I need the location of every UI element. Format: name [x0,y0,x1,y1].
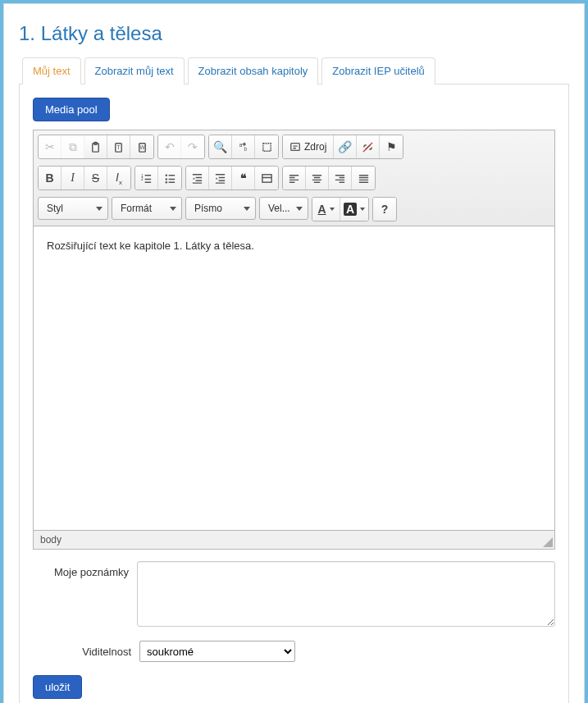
media-pool-button[interactable]: Media pool [33,98,110,121]
paste-word-button[interactable]: W [130,135,153,158]
unlink-icon [362,141,374,153]
svg-point-13 [165,178,166,180]
align-left-icon [288,172,300,185]
bold-button[interactable]: B [39,167,62,189]
tab-label: Zobrazit můj text [95,65,174,77]
tab-show-teacher-iep[interactable]: Zobrazit IEP učitelů [321,57,435,84]
outdent-icon [191,172,203,185]
style-combo[interactable]: Styl [38,197,108,220]
blockquote-button[interactable]: ❝ [232,167,255,189]
align-center-button[interactable] [306,167,329,189]
save-button[interactable]: uložit [33,675,82,699]
align-right-icon [334,172,346,185]
bg-color-icon: A [344,203,357,216]
toolbar-group-colors: A A [312,197,369,221]
svg-rect-8 [262,143,270,150]
editor-toolbar: ✂ ⧉ T W [34,130,554,226]
copy-button[interactable]: ⧉ [62,135,84,158]
bg-color-button[interactable]: A [340,198,368,221]
font-combo-label: Písmo [194,203,222,214]
resize-handle[interactable] [543,537,553,547]
chevron-down-icon [330,208,335,211]
remove-format-button[interactable]: Ix [107,167,130,189]
numbered-list-button[interactable]: 12 [135,167,158,189]
tab-show-my-text[interactable]: Zobrazit můj text [84,57,185,84]
help-button[interactable]: ? [373,198,396,221]
rich-text-editor: ✂ ⧉ T W [33,130,555,550]
format-combo-label: Formát [121,203,152,214]
align-justify-button[interactable] [352,167,375,189]
toolbar-group-help: ? [372,197,397,221]
style-combo-label: Styl [47,203,63,214]
font-combo[interactable]: Písmo [185,197,256,220]
toolbar-group-undo: ↶ ↷ [157,135,205,159]
tab-label: Zobrazit IEP učitelů [332,65,424,77]
toolbar-group-source: Zdroj 🔗 ⚑ [282,135,403,159]
strike-button[interactable]: S [84,167,107,189]
editor-body[interactable]: Rozšiřující text ke kapitole 1. Látky a … [34,226,554,530]
fontsize-combo[interactable]: Vel... [259,197,308,220]
paste-text-icon: T [112,141,125,153]
cut-button[interactable]: ✂ [39,135,62,158]
toolbar-group-basic-styles: B I S Ix [38,166,131,190]
source-icon [289,141,301,153]
chevron-down-icon [360,208,365,211]
paste-text-button[interactable]: T [107,135,130,158]
italic-button[interactable]: I [62,167,84,189]
bulleted-list-button[interactable] [158,167,181,189]
tab-show-chapter-content[interactable]: Zobrazit obsah kapitoly [188,57,319,84]
svg-rect-15 [262,174,271,181]
align-right-button[interactable] [329,167,352,189]
find-button[interactable]: 🔍 [209,135,232,158]
svg-text:b: b [244,146,247,152]
svg-rect-9 [291,144,300,151]
notes-textarea[interactable] [137,561,555,627]
visibility-label: Viditelnost [33,646,131,658]
tab-content: Media pool ✂ ⧉ T [19,84,569,703]
format-combo[interactable]: Formát [112,197,182,220]
align-center-icon [311,172,323,185]
scissors-icon: ✂ [45,140,55,153]
notes-label: Moje poznámky [33,561,129,578]
help-icon: ? [381,203,389,216]
chevron-down-icon [244,207,250,211]
toolbar-group-indent: ❝ [185,166,279,190]
align-left-button[interactable] [283,167,306,189]
editor-status-bar: body [34,530,554,549]
tab-label: Zobrazit obsah kapitoly [198,65,308,77]
bulleted-list-icon [164,172,176,185]
select-all-button[interactable] [255,135,278,158]
italic-icon: I [71,171,75,185]
unlink-button[interactable] [357,135,380,158]
svg-text:a: a [239,141,243,147]
chevron-down-icon [170,207,176,211]
svg-text:2: 2 [141,177,144,181]
page-title: 1. Látky a tělesa [19,22,569,45]
paste-button[interactable] [84,135,107,158]
toolbar-group-align [282,166,376,190]
editor-element-path[interactable]: body [40,534,62,546]
source-button[interactable]: Zdroj [283,135,334,158]
indent-button[interactable] [209,167,232,189]
quote-icon: ❝ [240,171,247,185]
paste-icon [89,141,102,153]
anchor-button[interactable]: ⚑ [380,135,403,158]
replace-icon: ab [237,141,249,153]
text-color-button[interactable]: A [312,198,340,221]
bold-icon: B [45,171,53,185]
toolbar-group-find: 🔍 ab [208,135,279,159]
numbered-list-icon: 12 [140,172,153,185]
link-button[interactable]: 🔗 [334,135,357,158]
div-container-button[interactable] [255,167,278,189]
visibility-select[interactable]: soukromé [139,641,295,662]
redo-button[interactable]: ↷ [181,135,204,158]
outdent-button[interactable] [186,167,209,189]
replace-button[interactable]: ab [232,135,255,158]
link-icon: 🔗 [338,140,352,153]
undo-button[interactable]: ↶ [158,135,181,158]
tab-label: Můj text [33,65,71,77]
strike-icon: S [92,171,99,185]
tab-my-text[interactable]: Můj text [22,57,81,84]
remove-format-icon: Ix [116,171,122,186]
svg-point-14 [165,180,166,182]
